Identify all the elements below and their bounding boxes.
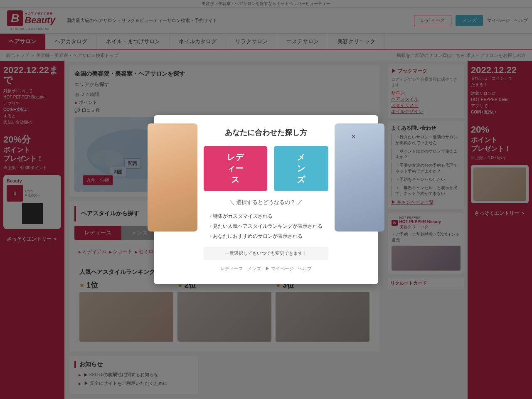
modal-dialog: × あなたに合わせた探し方 レディース メンズ ＼ 選択するとどうなるの？ ／ …	[154, 115, 378, 284]
modal-bullet-2: ・見たい人気ヘアスタイルランキングが表示される	[208, 221, 328, 231]
modal-footer-mypage-link[interactable]: ▶ マイページ	[265, 266, 294, 272]
modal-overlay[interactable]: × あなたに合わせた探し方 レディース メンズ ＼ 選択するとどうなるの？ ／ …	[0, 0, 532, 399]
modal-subtitle: ＼ 選択するとどうなるの？ ／	[204, 199, 328, 206]
modal-content: × あなたに合わせた探し方 レディース メンズ ＼ 選択するとどうなるの？ ／ …	[170, 128, 362, 272]
modal-bullets: ・特集がカスタマイズされる ・見たい人気ヘアスタイルランキングが表示される ・あ…	[204, 211, 328, 241]
modal-title: あなたに合わせた探し方	[204, 128, 328, 138]
modal-close-button[interactable]: ×	[351, 133, 356, 141]
modal-footer-help-link[interactable]: ヘルプ	[298, 266, 312, 272]
modal-bullet-3: ・あなたにおすすめのサロンが表示される	[208, 231, 328, 241]
modal-ladies-button[interactable]: レディース	[204, 146, 267, 191]
modal-footer-links: レディース メンズ ▶ マイページ ヘルプ	[204, 266, 328, 272]
modal-buttons: レディース メンズ	[204, 146, 328, 191]
modal-bullet-1: ・特集がカスタマイズされる	[208, 211, 328, 221]
modal-footer-ladies-link[interactable]: レディース	[220, 266, 243, 272]
modal-note: 一度選択してもいつでも変更できます！	[204, 247, 328, 260]
modal-mens-button[interactable]: メンズ	[274, 146, 329, 191]
modal-footer-mens-link[interactable]: メンズ	[247, 266, 261, 272]
